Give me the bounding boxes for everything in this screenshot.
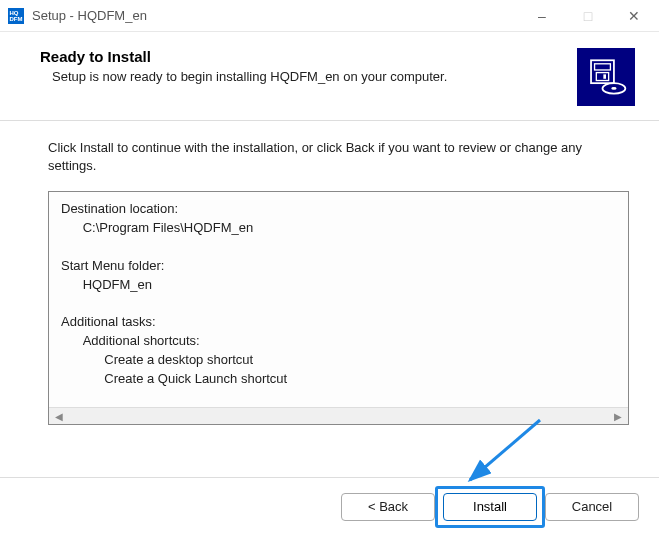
button-bar: < Back Install Cancel (0, 477, 659, 535)
app-icon: HQDFM (8, 8, 24, 24)
install-summary-text: Destination location: C:\Program Files\H… (49, 192, 628, 407)
install-summary-box: Destination location: C:\Program Files\H… (48, 191, 629, 425)
window-controls: – □ ✕ (519, 0, 657, 31)
back-button[interactable]: < Back (341, 493, 435, 521)
maximize-button: □ (565, 0, 611, 31)
scroll-left-icon[interactable]: ◀ (51, 411, 67, 422)
instruction-text: Click Install to continue with the insta… (48, 139, 629, 175)
window-title: Setup - HQDFM_en (32, 8, 519, 23)
page-subtitle: Setup is now ready to begin installing H… (40, 69, 561, 84)
svg-rect-2 (596, 73, 608, 81)
scroll-right-icon[interactable]: ▶ (610, 411, 626, 422)
svg-rect-3 (603, 74, 606, 78)
cancel-button[interactable]: Cancel (545, 493, 639, 521)
header: Ready to Install Setup is now ready to b… (0, 32, 659, 120)
minimize-button[interactable]: – (519, 0, 565, 31)
horizontal-scrollbar[interactable]: ◀ ▶ (49, 407, 628, 424)
close-button[interactable]: ✕ (611, 0, 657, 31)
titlebar: HQDFM Setup - HQDFM_en – □ ✕ (0, 0, 659, 32)
install-button[interactable]: Install (443, 493, 537, 521)
setup-disk-icon (577, 48, 635, 106)
svg-point-5 (611, 87, 616, 90)
page-title: Ready to Install (40, 48, 561, 65)
svg-rect-1 (595, 64, 611, 70)
main-content: Click Install to continue with the insta… (0, 121, 659, 435)
